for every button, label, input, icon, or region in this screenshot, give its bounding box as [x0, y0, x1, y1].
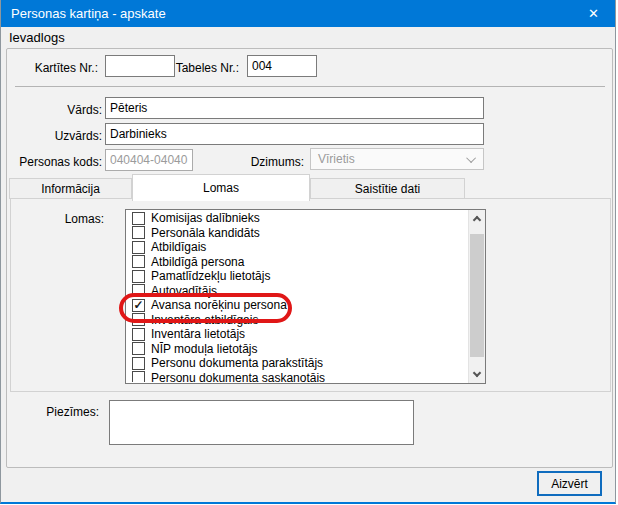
checkbox-icon[interactable]	[132, 241, 145, 254]
role-item[interactable]: Autovadītājs	[127, 284, 467, 299]
role-item-label: Atbildīgā persona	[151, 255, 244, 269]
role-item[interactable]: NĪP moduļa lietotājs	[127, 342, 467, 357]
roles-items: Komisijas dalībnieksPersonāla kandidātsA…	[127, 211, 467, 382]
chevron-down-icon	[466, 153, 476, 163]
role-item-label: NĪP moduļa lietotājs	[151, 342, 258, 356]
role-item[interactable]: Inventāra atbildīgais	[127, 313, 467, 328]
gender-label: Dzimums:	[207, 155, 304, 169]
role-item-label: Pamatlīdzekļu lietotājs	[151, 269, 270, 283]
checkbox-checked-icon[interactable]: ✓	[132, 299, 145, 312]
gender-value: Vīrietis	[318, 152, 355, 166]
notes-textarea[interactable]	[109, 400, 414, 445]
last-name-input[interactable]	[105, 123, 484, 145]
scroll-up-button[interactable]	[469, 210, 485, 227]
roles-label: Lomas:	[7, 212, 104, 226]
scrollbar-thumb[interactable]	[470, 234, 484, 357]
checkbox-icon[interactable]	[132, 284, 145, 297]
gender-select[interactable]: Vīrietis	[310, 148, 484, 170]
role-item-label: Avansa norēķinu persona	[151, 298, 287, 312]
first-name-input[interactable]	[105, 97, 484, 119]
close-dialog-button[interactable]: Aizvērt	[537, 471, 602, 496]
checkbox-icon[interactable]	[132, 226, 145, 239]
role-item-label: Komisijas dalībnieks	[151, 211, 260, 225]
window-title: Personas kartiņa - apskate	[11, 6, 166, 21]
role-item-label: Inventāra lietotājs	[151, 327, 245, 341]
table-number-input[interactable]	[247, 55, 317, 77]
role-item[interactable]: Pamatlīdzekļu lietotājs	[127, 269, 467, 284]
tab-saist-tie-dati[interactable]: Saistītie dati	[310, 178, 465, 199]
role-item[interactable]: ✓Avansa norēķinu persona	[127, 298, 467, 313]
close-icon[interactable]: ✕	[572, 0, 615, 27]
role-item-label: Personāla kandidāts	[151, 226, 260, 240]
checkbox-icon[interactable]	[132, 313, 145, 326]
roles-scrollbar[interactable]	[468, 210, 485, 383]
role-item-label: Inventāra atbildīgais	[151, 313, 258, 327]
role-item[interactable]: Personāla kandidāts	[127, 226, 467, 241]
role-item[interactable]: Inventāra lietotājs	[127, 327, 467, 342]
personal-code-label: Personas kods:	[7, 155, 102, 169]
separator	[15, 86, 605, 87]
chevron-up-icon	[473, 216, 481, 224]
checkbox-icon[interactable]	[132, 357, 145, 370]
titlebar: Personas kartiņa - apskate ✕	[1, 0, 615, 27]
role-item[interactable]: Atbildīgā persona	[127, 255, 467, 270]
checkbox-icon[interactable]	[132, 371, 145, 382]
person-card-dialog: Personas kartiņa - apskate ✕ Ievadlogs K…	[0, 0, 616, 504]
first-name-label: Vārds:	[7, 103, 102, 117]
section-label: Ievadlogs	[1, 27, 615, 48]
form-panel: Kartītes Nr.: Tabeles Nr.: Vārds: Uzvārd…	[6, 48, 613, 468]
chevron-down-icon	[473, 369, 481, 377]
role-item[interactable]: Atbildīgais	[127, 240, 467, 255]
checkbox-icon[interactable]	[132, 255, 145, 268]
role-item-label: Autovadītājs	[151, 284, 217, 298]
checkbox-icon[interactable]	[132, 342, 145, 355]
checkbox-icon[interactable]	[132, 328, 145, 341]
roles-listbox[interactable]: Komisijas dalībnieksPersonāla kandidātsA…	[125, 209, 486, 384]
checkbox-icon[interactable]	[132, 270, 145, 283]
table-number-label: Tabeles Nr.:	[147, 61, 239, 75]
notes-label: Piezīmes:	[7, 405, 99, 419]
personal-code-input[interactable]	[105, 149, 193, 171]
tab-inform-cija[interactable]: Informācija	[9, 178, 132, 199]
tab-lomas[interactable]: Lomas	[132, 174, 310, 201]
scroll-down-button[interactable]	[469, 366, 485, 383]
last-name-label: Uzvārds:	[7, 129, 102, 143]
footer-bar: Aizvērt	[1, 468, 615, 502]
role-item-label: Personu dokumenta parakstītājs	[151, 356, 323, 370]
checkbox-icon[interactable]	[132, 212, 145, 225]
role-item[interactable]: Komisijas dalībnieks	[127, 211, 467, 226]
role-item[interactable]: Personu dokumenta saskaņotājs	[127, 371, 467, 383]
card-number-label: Kartītes Nr.:	[7, 61, 98, 75]
role-item-label: Personu dokumenta saskaņotājs	[151, 371, 325, 382]
role-item-label: Atbildīgais	[151, 240, 206, 254]
role-item[interactable]: Personu dokumenta parakstītājs	[127, 356, 467, 371]
